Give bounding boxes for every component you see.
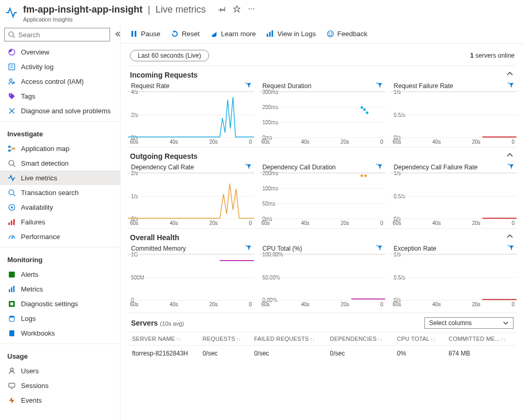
svg-marker-76 [509,246,514,251]
servers-online-label: 1 servers online [470,52,515,59]
perf-icon [7,232,16,241]
chart-title: Dependency Call Failure Rate [394,164,477,171]
time-range-pill[interactable]: Last 60 seconds (Live) [130,50,209,61]
svg-marker-0 [234,6,240,12]
sidebar-item-overview[interactable]: Overview [0,45,120,59]
svg-marker-58 [509,83,514,88]
svg-point-3 [253,8,254,9]
chart-x-axis: 60s40s20s0 [259,219,386,226]
sidebar-item-label: Events [21,396,42,404]
avail-icon [7,203,16,211]
sidebar-item-failures[interactable]: Failures [0,214,120,229]
sidebar-item-access-control-iam-[interactable]: Access control (IAM) [0,74,120,89]
svg-text:+: + [245,244,247,247]
svg-rect-27 [10,220,12,224]
view-in-logs-button[interactable]: View in Logs [266,30,315,38]
table-header[interactable]: FAILED REQUESTS↑↓ [250,332,326,346]
sidebar-item-users[interactable]: Users [0,363,120,378]
sidebar-item-workbooks[interactable]: Workbooks [0,326,120,340]
events-icon [7,396,16,404]
sidebar-item-label: Workbooks [21,329,55,337]
filter-icon[interactable]: + [245,244,252,253]
svg-text:+: + [376,163,378,166]
sidebar-item-alerts[interactable]: Alerts [0,267,120,282]
sidebar-section-investigate: Investigate [0,125,120,141]
filter-icon[interactable]: + [376,244,383,253]
filter-icon[interactable]: + [245,163,252,171]
table-row[interactable]: ftorresp-82162843H0/sec0/sec0/sec0%874 M… [128,346,517,362]
svg-point-36 [9,315,14,317]
table-header[interactable]: DEPENDENCIES↑↓ [326,332,393,346]
sidebar-item-application-map[interactable]: Application map [0,141,120,156]
sidebar-item-events[interactable]: Events [0,393,120,407]
sidebar-search[interactable] [4,28,110,41]
section-title: Incoming Requests [130,71,198,79]
pause-button[interactable]: Pause [130,30,160,38]
svg-rect-15 [8,145,10,147]
svg-point-20 [8,160,13,165]
chart-request-rate: Request Rate+4/s2/s0/s60s40s20s0 [128,81,254,145]
chart-title: Committed Memory [131,245,186,252]
more-icon[interactable] [248,5,255,14]
section-health: Overall HealthCommitted Memory+1G500M060… [128,228,517,307]
sidebar-item-availability[interactable]: Availability [0,200,120,214]
iam-icon [7,77,16,85]
sidebar-item-live-metrics[interactable]: Live metrics [0,170,120,185]
collapse-chevron-icon[interactable] [506,70,514,79]
search-icon [7,188,16,197]
sidebar-item-label: Overview [21,48,49,56]
users-icon [7,367,16,375]
table-header[interactable]: REQUESTS↑↓ [199,332,250,346]
chart-x-axis: 60s40s20s0 [390,300,517,307]
select-columns-dropdown[interactable]: Select columns [424,317,514,329]
svg-text:+: + [507,163,509,166]
chart-x-axis: 60s40s20s0 [390,219,517,226]
sidebar-item-logs[interactable]: Logs [0,311,120,326]
reset-button[interactable]: Reset [171,30,200,38]
svg-line-5 [13,36,15,38]
star-icon[interactable] [233,5,241,14]
collapse-chevron-icon[interactable] [506,233,514,242]
filter-icon[interactable]: + [507,163,515,171]
svg-point-4 [9,32,14,37]
sidebar-item-performance[interactable]: Performance [0,229,120,244]
chart-committed-memory: Committed Memory+1G500M060s40s20s0 [128,244,254,307]
svg-marker-73 [378,246,383,251]
chart-x-axis: 60s40s20s0 [259,137,386,145]
pin-icon[interactable] [219,5,226,14]
feedback-button[interactable]: Feedback [326,30,367,38]
chart-x-axis: 60s40s20s0 [390,137,517,145]
appmap-icon [7,144,16,153]
svg-marker-63 [378,165,383,169]
svg-point-1 [248,8,249,9]
collapse-icon[interactable] [114,31,121,39]
svg-rect-31 [8,289,9,292]
svg-marker-70 [246,246,251,251]
learn-more-button[interactable]: Learn more [210,30,256,38]
filter-icon[interactable]: + [376,163,383,171]
chart-dependency-call-duration: Dependency Call Duration+200ms100ms50ms0… [259,163,386,226]
table-header[interactable]: COMMITTED ME...↑↓ [444,332,517,346]
table-header[interactable]: SERVER NAME↑↓ [128,332,199,346]
sidebar-item-diagnostic-settings[interactable]: Diagnostic settings [0,296,120,311]
filter-icon[interactable]: + [507,81,515,90]
failures-icon [7,218,16,226]
svg-text:+: + [245,163,247,166]
search-input[interactable] [18,31,106,39]
sidebar-item-tags[interactable]: Tags [0,89,120,103]
filter-icon[interactable]: + [245,81,252,90]
sidebar-item-smart-detection[interactable]: Smart detection [0,156,120,170]
svg-line-23 [13,194,15,196]
filter-icon[interactable]: + [376,81,383,90]
sidebar-item-label: Availability [21,203,53,211]
sidebar-item-metrics[interactable]: Metrics [0,282,120,296]
sidebar-item-sessions[interactable]: Sessions [0,378,120,393]
sidebar-item-diagnose-and-solve-problems[interactable]: Diagnose and solve problems [0,103,120,118]
sidebar-item-transaction-search[interactable]: Transaction search [0,185,120,200]
collapse-chevron-icon[interactable] [506,152,514,160]
table-header[interactable]: CPU TOTAL↑↓ [393,332,444,346]
sidebar-item-activity-log[interactable]: Activity log [0,59,120,74]
filter-icon[interactable]: + [507,244,515,253]
page-title: Live metrics [156,4,206,15]
section-title: Overall Health [130,233,179,242]
